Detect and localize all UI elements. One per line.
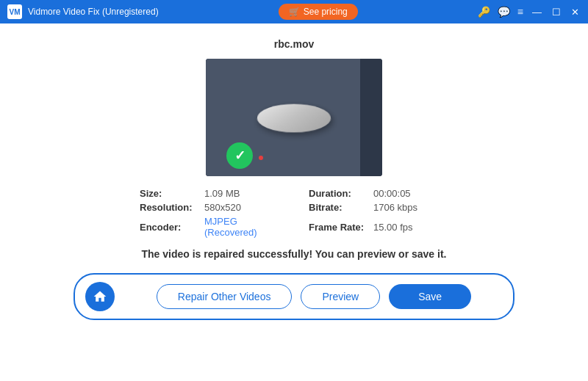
file-name: rbc.mov bbox=[274, 38, 314, 50]
video-right-panel bbox=[360, 59, 382, 176]
repair-other-button[interactable]: Repair Other Videos bbox=[157, 284, 293, 309]
maximize-button[interactable]: ☐ bbox=[551, 7, 562, 18]
menu-icon[interactable]: ≡ bbox=[517, 6, 523, 18]
encoder-value: MJPEG (Recovered) bbox=[204, 216, 279, 238]
see-pricing-button[interactable]: 🛒 See pricing bbox=[279, 4, 358, 20]
resolution-value: 580x520 bbox=[204, 202, 241, 213]
minimize-button[interactable]: — bbox=[531, 7, 543, 18]
action-buttons: Repair Other Videos Preview Save bbox=[125, 284, 503, 309]
cart-icon: 🛒 bbox=[289, 7, 300, 17]
title-bar: VM Vidmore Video Fix (Unregistered) 🛒 Se… bbox=[0, 0, 588, 23]
framerate-row: Frame Rate: 15.00 fps bbox=[309, 216, 448, 238]
logo-text: VM bbox=[10, 8, 21, 16]
message-icon[interactable]: 💬 bbox=[498, 6, 510, 18]
size-row: Size: 1.09 MB bbox=[140, 188, 279, 199]
encoder-row: Encoder: MJPEG (Recovered) bbox=[140, 216, 279, 238]
bitrate-row: Bitrate: 1706 kbps bbox=[309, 202, 448, 213]
duration-row: Duration: 00:00:05 bbox=[309, 188, 448, 199]
home-button[interactable] bbox=[85, 282, 115, 311]
resolution-label: Resolution: bbox=[140, 202, 198, 213]
save-button[interactable]: Save bbox=[389, 284, 471, 309]
duration-value: 00:00:05 bbox=[373, 188, 411, 199]
app-logo: VM bbox=[7, 4, 22, 19]
main-content: rbc.mov ✓ Size: 1.09 MB Duration: 00:00:… bbox=[0, 23, 588, 381]
size-value: 1.09 MB bbox=[204, 188, 240, 199]
framerate-label: Frame Rate: bbox=[309, 222, 368, 233]
bitrate-label: Bitrate: bbox=[309, 202, 368, 213]
preview-button[interactable]: Preview bbox=[301, 284, 380, 309]
duration-label: Duration: bbox=[309, 188, 368, 199]
bottom-action-area: Repair Other Videos Preview Save bbox=[74, 273, 514, 320]
see-pricing-label: See pricing bbox=[304, 7, 348, 17]
video-thumbnail-blob bbox=[255, 104, 332, 133]
title-bar-center: 🛒 See pricing bbox=[159, 4, 478, 20]
app-title: Vidmore Video Fix (Unregistered) bbox=[28, 7, 159, 17]
success-check-icon: ✓ bbox=[226, 142, 253, 169]
resolution-row: Resolution: 580x520 bbox=[140, 202, 279, 213]
video-preview: ✓ bbox=[206, 59, 382, 176]
cursor-dot bbox=[259, 156, 263, 160]
size-label: Size: bbox=[140, 188, 198, 199]
title-bar-controls: 🔑 💬 ≡ — ☐ ✕ bbox=[478, 6, 581, 18]
file-info-grid: Size: 1.09 MB Duration: 00:00:05 Resolut… bbox=[140, 188, 448, 238]
success-message: The video is repaired successfully! You … bbox=[142, 248, 447, 260]
encoder-label: Encoder: bbox=[140, 222, 198, 233]
bitrate-value: 1706 kbps bbox=[373, 202, 417, 213]
key-icon[interactable]: 🔑 bbox=[478, 6, 490, 18]
framerate-value: 15.00 fps bbox=[373, 222, 413, 233]
home-icon bbox=[93, 289, 107, 304]
title-bar-left: VM Vidmore Video Fix (Unregistered) bbox=[7, 4, 159, 19]
close-button[interactable]: ✕ bbox=[570, 7, 581, 18]
